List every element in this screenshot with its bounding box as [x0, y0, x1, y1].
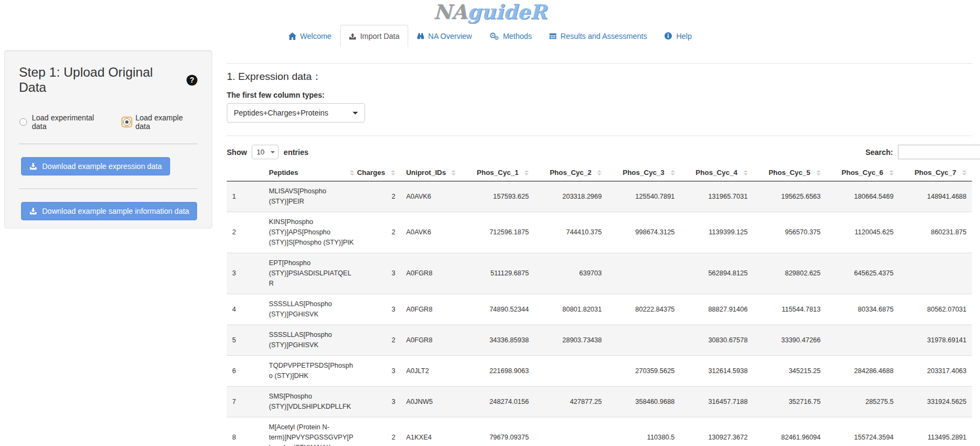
uniprot-cell: A0AVK6	[401, 181, 461, 212]
question-circle-icon[interactable]: ?	[186, 75, 198, 86]
tab-results-and-assessments[interactable]: Results and Assessments	[540, 25, 655, 47]
phos-cyc-1-cell: 157593.625	[461, 181, 534, 212]
radio-load-example-data[interactable]: Load example data	[123, 113, 198, 131]
phos-cyc-3-cell: 998674.3125	[607, 212, 680, 253]
phos-cyc-6-cell	[826, 325, 899, 356]
column-header-peptides[interactable]: Peptides	[263, 164, 360, 181]
tab-methods[interactable]: ⚙⚙Methods	[481, 25, 540, 47]
radio-load-experimental-data[interactable]: Load experimental data	[19, 113, 109, 131]
tab-label: Import Data	[360, 32, 400, 40]
phos-cyc-6-cell: 180664.5469	[826, 181, 899, 212]
phos-cyc-2-cell	[534, 417, 607, 446]
phos-cyc-1-cell: 511129.6875	[461, 253, 534, 294]
peptide-cell: SMS[Phospho (STY)]VDLSHIPLKDPLLFK	[263, 387, 360, 417]
column-header-label: Phos_Cyc_7	[915, 168, 956, 177]
column-header-phos-cyc-2[interactable]: Phos_Cyc_2	[534, 164, 607, 181]
app-header: NAguideR	[0, 0, 980, 25]
phos-cyc-6-cell: 645625.4375	[826, 253, 899, 294]
phos-cyc-5-cell: 82461.96094	[753, 417, 826, 446]
chevron-down-icon	[353, 112, 358, 114]
phos-cyc-4-cell: 1139399.125	[680, 212, 753, 253]
tab-welcome[interactable]: Welcome	[280, 25, 340, 47]
row-index: 6	[227, 356, 263, 387]
column-types-selected-value: Peptides+Charges+Proteins	[234, 109, 328, 117]
table-row: 5SSSSLLAS[Phospho (STY)]PGHISVK2A0FGR834…	[227, 325, 972, 356]
column-header-phos-cyc-4[interactable]: Phos_Cyc_4	[680, 164, 753, 181]
charge-cell: 2	[360, 417, 401, 446]
table-row: 8M[Acetyl (Protein N-term)]NPVYSPGSSGVPY…	[227, 417, 972, 446]
tab-import-data[interactable]: Import Data	[340, 25, 408, 47]
page-length-control: Show 10 entries	[227, 140, 972, 159]
row-index: 7	[227, 387, 263, 417]
phos-cyc-7-cell: 331924.5625	[899, 387, 972, 417]
peptide-cell: TQDPVPPETPSDS[Phospho (STY)]DHK	[263, 356, 360, 387]
main-top-divider	[227, 63, 972, 64]
charge-cell: 3	[360, 387, 401, 417]
uniprot-cell: A0JLT2	[401, 356, 461, 387]
phos-cyc-4-cell: 562894.8125	[680, 253, 753, 294]
search-input[interactable]	[898, 145, 980, 159]
phos-cyc-4-cell: 130927.3672	[680, 417, 753, 446]
peptide-cell: M[Acetyl (Protein N-term)]NPVYSPGSSGVPY[…	[263, 417, 360, 446]
tab-na-overview[interactable]: NA Overview	[408, 25, 481, 47]
table-row: 7SMS[Phospho (STY)]VDLSHIPLKDPLLFK3A0JNW…	[227, 387, 972, 417]
rownames-header[interactable]	[227, 164, 263, 181]
table-header: PeptidesChargesUniprot_IDsPhos_Cyc_1Phos…	[227, 164, 972, 181]
show-label: Show	[227, 148, 247, 157]
phos-cyc-4-cell: 88827.91406	[680, 294, 753, 325]
sidebar-divider	[19, 188, 198, 189]
gears-icon: ⚙⚙	[489, 31, 499, 41]
column-header-label: Uniprot_IDs	[406, 168, 446, 177]
column-header-label: Peptides	[269, 168, 298, 177]
page-length-value: 10	[256, 148, 264, 156]
column-header-phos-cyc-6[interactable]: Phos_Cyc_6	[826, 164, 899, 181]
phos-cyc-6-cell: 285275.5	[826, 387, 899, 417]
column-header-phos-cyc-7[interactable]: Phos_Cyc_7	[899, 164, 972, 181]
row-index: 2	[227, 212, 263, 253]
phos-cyc-1-cell: 34336.85938	[461, 325, 534, 356]
column-header-label: Phos_Cyc_4	[695, 168, 737, 177]
uniprot-cell: A1KXE4	[401, 417, 461, 446]
download-example-sample-information-data-button[interactable]: Download example sample information data	[21, 202, 197, 220]
row-index: 1	[227, 181, 263, 212]
upload-icon	[349, 32, 356, 40]
phos-cyc-3-cell: 270359.5625	[607, 356, 680, 387]
table-row: 3EPT[Phospho (STY)]PSIASDISLPIATQELR3A0F…	[227, 253, 972, 294]
table-search-control: Search:	[866, 145, 980, 159]
phos-cyc-7-cell: 113495.2891	[899, 417, 972, 446]
sort-icon	[889, 170, 894, 175]
phos-cyc-2-cell	[534, 356, 607, 387]
app-logo: NAguideR	[434, 2, 547, 22]
column-header-uniprot-ids[interactable]: Uniprot_IDs	[401, 164, 461, 181]
charge-cell: 3	[360, 356, 401, 387]
column-header-phos-cyc-1[interactable]: Phos_Cyc_1	[461, 164, 534, 181]
phos-cyc-2-cell: 80801.82031	[534, 294, 607, 325]
sidebar-title-text: Step 1: Upload Original Data	[19, 65, 181, 95]
nav-bar: WelcomeImport DataNA Overview⚙⚙MethodsRe…	[0, 25, 980, 47]
column-header-label: Phos_Cyc_6	[842, 168, 883, 177]
column-header-label: Phos_Cyc_1	[477, 168, 518, 177]
tab-label: Methods	[503, 32, 532, 40]
phos-cyc-3-cell	[607, 253, 680, 294]
download-example-expression-data-button[interactable]: Download example expression data	[21, 157, 170, 175]
column-header-charges[interactable]: Charges	[360, 164, 401, 181]
sort-icon	[744, 170, 748, 175]
column-header-phos-cyc-3[interactable]: Phos_Cyc_3	[607, 164, 680, 181]
row-index: 4	[227, 294, 263, 325]
column-header-phos-cyc-5[interactable]: Phos_Cyc_5	[753, 164, 826, 181]
phos-cyc-2-cell: 744410.375	[534, 212, 607, 253]
uniprot-cell: A0FGR8	[401, 294, 461, 325]
tab-help[interactable]: Help	[655, 25, 700, 47]
phos-cyc-3-cell: 125540.7891	[607, 181, 680, 212]
column-header-label: Phos_Cyc_2	[550, 168, 591, 177]
phos-cyc-4-cell: 131965.7031	[680, 181, 753, 212]
phos-cyc-3-cell	[607, 325, 680, 356]
logo-guider: guideR	[467, 0, 546, 24]
sort-icon	[671, 170, 675, 175]
row-index: 3	[227, 253, 263, 294]
column-types-select[interactable]: Peptides+Charges+Proteins	[227, 103, 365, 123]
uniprot-cell: A0FGR8	[401, 253, 461, 294]
page-length-select[interactable]: 10	[252, 145, 279, 159]
tab-label: Results and Assessments	[560, 32, 647, 40]
phos-cyc-1-cell: 74890.52344	[461, 294, 534, 325]
